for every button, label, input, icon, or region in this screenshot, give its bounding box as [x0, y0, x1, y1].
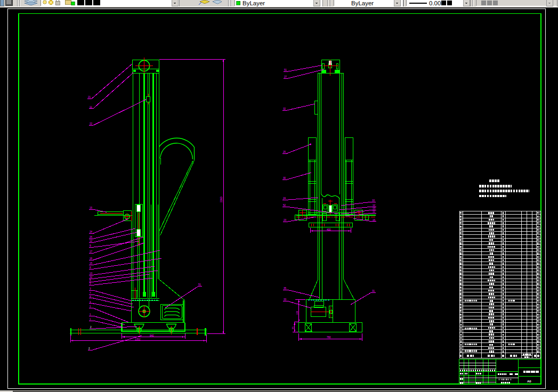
svg-text:15: 15	[373, 219, 376, 222]
svg-text:25: 25	[283, 151, 286, 153]
svg-text:1352: 1352	[135, 338, 141, 341]
svg-text:6: 6	[90, 279, 91, 282]
svg-text:16: 16	[90, 257, 93, 260]
svg-text:ByLayer: ByLayer	[351, 0, 374, 6]
svg-text:1: 1	[90, 305, 91, 308]
svg-text:33: 33	[284, 298, 287, 301]
svg-text:22: 22	[90, 123, 93, 125]
svg-text:32: 32	[90, 276, 93, 279]
svg-text:52: 52	[283, 204, 286, 207]
svg-text:13: 13	[90, 272, 93, 275]
svg-text:10: 10	[372, 199, 375, 202]
svg-text:12: 12	[373, 204, 376, 207]
svg-text:17: 17	[90, 250, 93, 253]
svg-text:31: 31	[372, 290, 375, 292]
svg-text:35: 35	[284, 287, 287, 290]
svg-text:15: 15	[90, 262, 93, 265]
svg-text:8: 8	[90, 266, 91, 269]
svg-text:23: 23	[284, 219, 287, 222]
svg-text:11: 11	[90, 106, 92, 109]
svg-text:27: 27	[284, 76, 287, 78]
svg-text:9: 9	[90, 244, 91, 247]
svg-text:13: 13	[373, 207, 376, 210]
svg-text:95: 95	[292, 326, 294, 329]
svg-text:51: 51	[198, 283, 201, 286]
svg-text:51: 51	[284, 69, 287, 71]
svg-text:0.00: 0.00	[429, 0, 441, 6]
svg-text:4: 4	[90, 296, 91, 298]
svg-text:2260: 2260	[220, 197, 223, 202]
svg-text:4: 4	[90, 301, 91, 304]
svg-text:760: 760	[327, 336, 331, 339]
svg-text:ByLayer: ByLayer	[242, 0, 265, 6]
svg-text:2: 2	[90, 326, 92, 329]
svg-text:130: 130	[296, 311, 298, 315]
svg-text:7: 7	[90, 292, 91, 295]
svg-text:21: 21	[88, 96, 91, 99]
svg-text:400: 400	[327, 228, 331, 231]
svg-text:3: 3	[90, 288, 91, 290]
svg-text:24: 24	[90, 231, 93, 233]
svg-text:32: 32	[283, 108, 286, 110]
svg-text:25: 25	[90, 236, 93, 239]
svg-text:840: 840	[150, 334, 154, 337]
svg-text:11: 11	[373, 210, 375, 213]
svg-text:30: 30	[283, 177, 286, 179]
svg-text:2: 2	[88, 347, 90, 350]
svg-text:1: 1	[90, 318, 91, 321]
svg-text:15: 15	[90, 207, 93, 209]
svg-text:1: 1	[90, 313, 91, 316]
svg-text:24: 24	[283, 197, 286, 200]
svg-text:5: 5	[90, 282, 91, 285]
svg-text:A0: A0	[527, 380, 531, 383]
svg-text:12: 12	[90, 240, 93, 242]
